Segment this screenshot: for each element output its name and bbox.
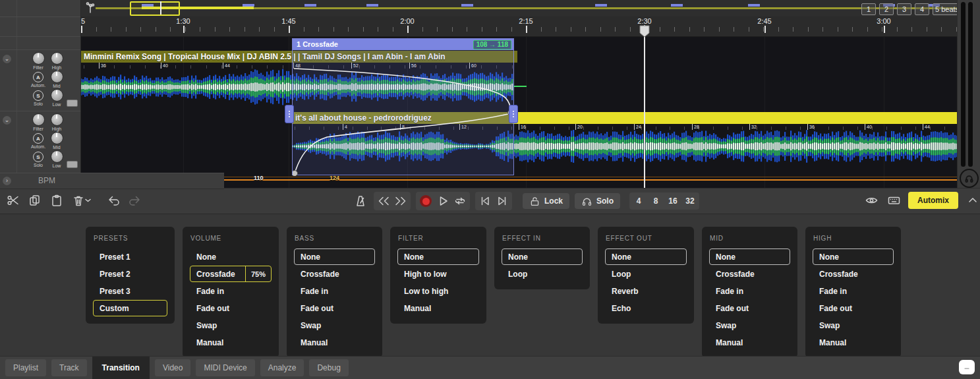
tab-analyze[interactable]: Analyze bbox=[260, 359, 304, 376]
option-none[interactable]: None bbox=[813, 248, 894, 265]
automix-button[interactable]: Automix bbox=[908, 192, 958, 209]
knob-mid[interactable]: Mid bbox=[47, 71, 66, 88]
loop-length-32-button[interactable]: 32 bbox=[683, 194, 697, 208]
skip-next-button[interactable] bbox=[494, 193, 510, 209]
track2-region-bar[interactable] bbox=[513, 112, 957, 124]
knob-solo[interactable]: SSolo bbox=[29, 89, 47, 106]
knob-high[interactable]: High bbox=[47, 113, 66, 131]
delete-button[interactable] bbox=[71, 192, 92, 208]
redo-button[interactable] bbox=[127, 192, 143, 208]
playhead-line[interactable] bbox=[644, 25, 645, 188]
option-fade-out[interactable]: Fade out bbox=[813, 300, 894, 316]
option-swap[interactable]: Swap bbox=[190, 317, 272, 334]
knob-filter[interactable]: Filter bbox=[29, 52, 47, 70]
option-custom[interactable]: Custom bbox=[93, 300, 167, 316]
option-swap[interactable]: Swap bbox=[813, 317, 894, 334]
paste-button[interactable] bbox=[49, 192, 65, 208]
track-collapse-chevron-icon[interactable]: ⌄ bbox=[3, 55, 11, 63]
option-low-to-high[interactable]: Low to high bbox=[397, 283, 479, 299]
playhead-marker[interactable] bbox=[639, 25, 650, 38]
tab-track[interactable]: Track bbox=[51, 359, 87, 376]
loop-length-16-button[interactable]: 16 bbox=[666, 194, 680, 208]
option-crossfade[interactable]: Crossfade bbox=[709, 266, 790, 282]
beat-button-3[interactable]: 3 bbox=[897, 3, 911, 15]
crossfade-left-handle[interactable] bbox=[285, 105, 294, 123]
knob-filter[interactable]: Filter bbox=[29, 113, 47, 131]
option-manual[interactable]: Manual bbox=[190, 334, 272, 351]
knob-mid[interactable]: Mid bbox=[47, 132, 66, 150]
beat-button-1[interactable]: 1 bbox=[861, 3, 876, 15]
knob-autom[interactable]: AAutom. bbox=[29, 71, 47, 88]
option-high-to-low[interactable]: High to low bbox=[397, 266, 479, 282]
option-fade-in[interactable]: Fade in bbox=[813, 283, 894, 299]
option-fade-in[interactable]: Fade in bbox=[190, 283, 272, 299]
option-reverb[interactable]: Reverb bbox=[605, 283, 687, 299]
shortcuts-button[interactable] bbox=[886, 192, 902, 208]
loop-length-4-button[interactable]: 4 bbox=[631, 194, 646, 208]
option-loop[interactable]: Loop bbox=[502, 266, 583, 282]
collapse-panel-button[interactable] bbox=[965, 192, 980, 208]
option-none[interactable]: None bbox=[397, 248, 479, 265]
minimap-viewport[interactable] bbox=[130, 1, 180, 16]
crossfade-selection[interactable]: 1 Crossfade 108 → 118 bbox=[292, 38, 514, 175]
option-fade-out[interactable]: Fade out bbox=[709, 300, 790, 316]
chat-help-button[interactable] bbox=[956, 356, 978, 378]
option-loop[interactable]: Loop bbox=[605, 266, 687, 282]
option-swap[interactable]: Swap bbox=[294, 317, 375, 334]
option-none[interactable]: None bbox=[605, 248, 687, 265]
mini-display-button[interactable] bbox=[67, 161, 78, 168]
option-fade-in[interactable]: Fade in bbox=[709, 283, 790, 299]
beat-button-4[interactable]: 4 bbox=[915, 3, 929, 15]
option-preset-3[interactable]: Preset 3 bbox=[93, 283, 167, 299]
track-collapse-chevron-icon[interactable]: ⌄ bbox=[3, 116, 11, 125]
metronome-button[interactable] bbox=[353, 193, 368, 209]
cut-button[interactable] bbox=[5, 192, 21, 208]
option-fade-in[interactable]: Fade in bbox=[294, 283, 375, 299]
beat-button-2[interactable]: 2 bbox=[879, 3, 894, 15]
headphones-badge-button[interactable] bbox=[960, 169, 979, 188]
option-none[interactable]: None bbox=[190, 248, 272, 265]
option-manual[interactable]: Manual bbox=[397, 300, 479, 316]
option-preset-2[interactable]: Preset 2 bbox=[93, 266, 167, 282]
mini-display-button[interactable] bbox=[67, 100, 78, 107]
option-crossfade[interactable]: Crossfade bbox=[813, 266, 894, 282]
tab-playlist[interactable]: Playlist bbox=[5, 359, 46, 376]
fade-in-start-handle[interactable] bbox=[293, 171, 298, 177]
knob-low[interactable]: Low bbox=[47, 89, 66, 107]
minimap[interactable] bbox=[80, 0, 957, 17]
vertical-scrollbar-1[interactable] bbox=[961, 2, 966, 167]
option-manual[interactable]: Manual bbox=[709, 334, 790, 351]
lock-button[interactable]: Lock bbox=[523, 193, 569, 209]
play-button[interactable] bbox=[435, 193, 451, 209]
tab-transition[interactable]: Transition bbox=[92, 357, 150, 379]
option-fade-out[interactable]: Fade out bbox=[294, 300, 375, 316]
option-none[interactable]: None bbox=[294, 248, 375, 265]
tab-debug[interactable]: Debug bbox=[309, 359, 348, 376]
tab-midi-device[interactable]: MIDI Device bbox=[196, 359, 254, 376]
option-echo[interactable]: Echo bbox=[605, 300, 687, 316]
knob-low[interactable]: Low bbox=[47, 150, 66, 168]
rewind-button[interactable] bbox=[376, 193, 391, 209]
option-crossfade[interactable]: Crossfade75% bbox=[190, 266, 272, 282]
bpm-expand-chevron-icon[interactable]: › bbox=[3, 177, 11, 185]
knob-autom[interactable]: AAutom. bbox=[29, 132, 47, 149]
option-swap[interactable]: Swap bbox=[709, 317, 790, 334]
loop-length-8-button[interactable]: 8 bbox=[649, 194, 663, 208]
copy-button[interactable] bbox=[27, 192, 43, 208]
option-preset-1[interactable]: Preset 1 bbox=[93, 248, 167, 265]
option-manual[interactable]: Manual bbox=[813, 334, 894, 351]
knob-solo[interactable]: SSolo bbox=[29, 150, 47, 167]
loop-button[interactable] bbox=[452, 193, 468, 209]
record-button[interactable] bbox=[418, 193, 434, 209]
tab-video[interactable]: Video bbox=[155, 359, 190, 376]
visibility-button[interactable] bbox=[863, 192, 879, 208]
timeline-ruler[interactable]: 51:301:452:002:152:302:453:00 bbox=[80, 16, 957, 37]
option-manual[interactable]: Manual bbox=[294, 334, 375, 351]
fast-forward-button[interactable] bbox=[393, 193, 409, 209]
option-crossfade[interactable]: Crossfade bbox=[294, 266, 375, 282]
knob-high[interactable]: High bbox=[47, 52, 66, 70]
undo-button[interactable] bbox=[105, 192, 121, 208]
skip-previous-button[interactable] bbox=[477, 193, 493, 209]
vertical-scrollbar-2[interactable] bbox=[968, 2, 973, 167]
solo-button[interactable]: Solo bbox=[575, 193, 620, 209]
